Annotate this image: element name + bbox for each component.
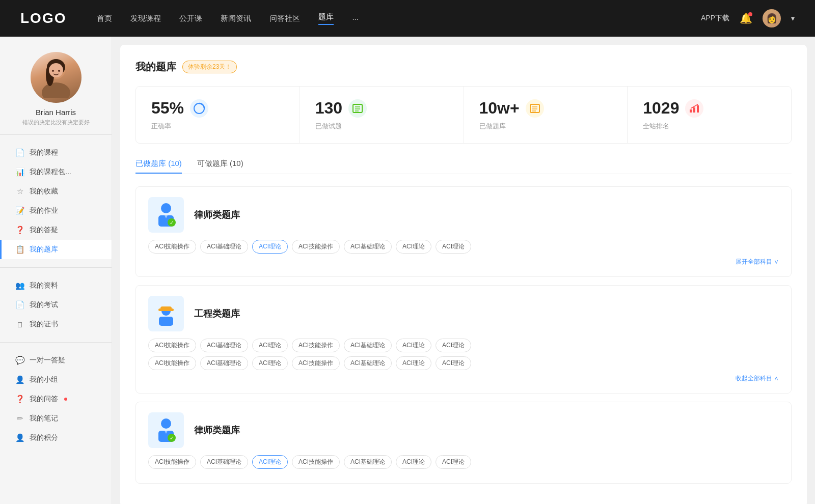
tag-eng1-r1-4[interactable]: ACI基础理论	[344, 339, 392, 352]
category-card-lawyer1: ✓ 律师类题库 ACI技能操作 ACI基础理论 ACI理论 ACI技能操作 AC…	[135, 186, 792, 277]
stat-done-banks-value: 10w+	[479, 99, 520, 118]
tab-available-banks[interactable]: 可做题库 (10)	[197, 159, 243, 174]
sidebar-divider-2	[0, 267, 112, 268]
tag-lawyer1-1[interactable]: ACI基础理论	[200, 240, 248, 254]
tag-eng1-r1-3[interactable]: ACI技能操作	[292, 339, 340, 352]
tag-eng1-r2-4[interactable]: ACI基础理论	[344, 356, 392, 370]
category-header-lawyer2: ✓ 律师类题库	[148, 412, 779, 448]
notification-bell[interactable]: 🔔	[740, 12, 752, 24]
nav-discover[interactable]: 发现课程	[130, 14, 161, 23]
sidebar-item-my-homework[interactable]: 📝 我的作业	[0, 201, 112, 220]
svg-rect-27	[158, 309, 174, 311]
sidebar-item-my-notes[interactable]: ✏ 我的笔记	[0, 409, 112, 428]
svg-point-1	[42, 82, 70, 98]
sidebar-item-my-questions[interactable]: ❓ 我的问答	[0, 389, 112, 409]
notification-dot	[748, 12, 752, 16]
tag-lawyer2-0[interactable]: ACI技能操作	[148, 455, 196, 469]
stat-ranking-label: 全站排名	[643, 122, 776, 131]
sidebar-item-my-points[interactable]: 👤 我的积分	[0, 428, 112, 447]
sidebar-item-my-course[interactable]: 📄 我的课程	[0, 143, 112, 162]
questionbank-icon: 📋	[15, 245, 24, 254]
sidebar-item-my-exam[interactable]: 📄 我的考试	[0, 295, 112, 315]
stat-done-banks-icon	[526, 99, 544, 118]
package-icon: 📊	[15, 167, 24, 177]
svg-rect-18	[697, 105, 699, 113]
sidebar-item-my-group[interactable]: 👤 我的小组	[0, 370, 112, 389]
sidebar-item-my-collection[interactable]: ☆ 我的收藏	[0, 182, 112, 201]
category-icon-lawyer1: ✓	[148, 197, 184, 233]
tag-eng1-r2-0[interactable]: ACI技能操作	[148, 356, 196, 370]
avatar-dropdown-arrow[interactable]: ▾	[791, 14, 795, 22]
sidebar-item-my-profile[interactable]: 👥 我的资料	[0, 276, 112, 295]
expand-link-lawyer1[interactable]: 展开全部科目 ∨	[148, 258, 779, 266]
stat-ranking-value: 1029	[643, 99, 679, 118]
tag-lawyer1-2[interactable]: ACI理论	[252, 240, 288, 254]
tag-lawyer1-4[interactable]: ACI基础理论	[344, 240, 392, 254]
tag-lawyer2-2[interactable]: ACI理论	[252, 455, 288, 469]
tag-eng1-r1-5[interactable]: ACI理论	[396, 339, 431, 352]
svg-rect-17	[693, 107, 695, 113]
navbar-right: APP下载 🔔 👩 ▾	[701, 9, 795, 27]
tag-eng1-r2-3[interactable]: ACI技能操作	[292, 356, 340, 370]
stat-done-banks-top: 10w+	[479, 99, 612, 118]
tag-lawyer1-6[interactable]: ACI理论	[436, 240, 471, 254]
stat-accuracy-top: 55%	[151, 99, 284, 118]
points-icon: 👤	[15, 433, 24, 442]
profile-icon: 👥	[15, 281, 24, 290]
sidebar-profile: Brian Harris 错误的决定比没有决定要好	[0, 52, 112, 126]
tag-lawyer2-3[interactable]: ACI技能操作	[292, 455, 340, 469]
nav-open-course[interactable]: 公开课	[179, 14, 202, 23]
svg-point-19	[161, 203, 171, 213]
tag-eng1-r2-5[interactable]: ACI理论	[396, 356, 431, 370]
tag-lawyer2-6[interactable]: ACI理论	[436, 455, 471, 469]
sidebar-item-my-questionbank[interactable]: 📋 我的题库	[0, 240, 112, 259]
logo[interactable]: LOGO	[20, 10, 66, 26]
sidebar-avatar	[31, 52, 82, 103]
category-card-lawyer2: ✓ 律师类题库 ACI技能操作 ACI基础理论 ACI理论 ACI技能操作 AC…	[135, 402, 792, 484]
sidebar-item-my-qa[interactable]: ❓ 我的答疑	[0, 220, 112, 240]
category-name-lawyer1: 律师类题库	[194, 209, 240, 221]
one-on-one-icon: 💬	[15, 356, 24, 365]
category-header-lawyer1: ✓ 律师类题库	[148, 197, 779, 233]
tab-done-banks[interactable]: 已做题库 (10)	[135, 159, 182, 174]
tag-eng1-r2-6[interactable]: ACI理论	[436, 356, 471, 370]
tag-eng1-r2-1[interactable]: ACI基础理论	[200, 356, 248, 370]
tag-lawyer1-5[interactable]: ACI理论	[396, 240, 431, 254]
stat-done-banks-label: 已做题库	[479, 122, 612, 131]
category-icon-lawyer2: ✓	[148, 412, 184, 448]
collapse-link-engineer1[interactable]: 收起全部科目 ∧	[148, 374, 779, 383]
tag-lawyer2-5[interactable]: ACI理论	[396, 455, 431, 469]
tag-lawyer2-1[interactable]: ACI基础理论	[200, 455, 248, 469]
tag-eng1-r1-1[interactable]: ACI基础理论	[200, 339, 248, 352]
avatar[interactable]: 👩	[763, 9, 781, 27]
nav-news[interactable]: 新闻资讯	[221, 14, 251, 23]
nav-more[interactable]: ···	[352, 14, 359, 23]
page-wrap: Brian Harris 错误的决定比没有决定要好 📄 我的课程 📊 我的课程包…	[0, 37, 815, 504]
stat-accuracy-label: 正确率	[151, 122, 284, 131]
navbar: LOGO 首页 发现课程 公开课 新闻资讯 问答社区 题库 ··· APP下载 …	[0, 0, 815, 37]
tag-eng1-r1-6[interactable]: ACI理论	[436, 339, 471, 352]
stat-accuracy-icon	[190, 99, 208, 118]
sidebar-item-one-on-one[interactable]: 💬 一对一答疑	[0, 351, 112, 370]
category-header-engineer1: 工程类题库	[148, 296, 779, 331]
tag-lawyer2-4[interactable]: ACI基础理论	[344, 455, 392, 469]
category-icon-engineer1	[148, 296, 184, 331]
svg-text:✓: ✓	[170, 435, 174, 441]
category-card-engineer1: 工程类题库 ACI技能操作 ACI基础理论 ACI理论 ACI技能操作 ACI基…	[135, 285, 792, 394]
tag-eng1-r1-2[interactable]: ACI理论	[252, 339, 288, 352]
nav-qa[interactable]: 问答社区	[269, 14, 300, 23]
sidebar-item-my-package[interactable]: 📊 我的课程包...	[0, 162, 112, 182]
stat-accuracy-value: 55%	[151, 99, 184, 118]
nav-questionbank[interactable]: 题库	[318, 12, 334, 25]
nav-home[interactable]: 首页	[97, 14, 112, 23]
tag-lawyer1-0[interactable]: ACI技能操作	[148, 240, 196, 254]
tag-eng1-r2-2[interactable]: ACI理论	[252, 356, 288, 370]
sidebar-item-my-cert[interactable]: 🗒 我的证书	[0, 315, 112, 334]
tag-lawyer1-3[interactable]: ACI技能操作	[292, 240, 340, 254]
tag-eng1-r1-0[interactable]: ACI技能操作	[148, 339, 196, 352]
sidebar-divider-1	[0, 134, 112, 135]
page-title-row: 我的题库 体验剩余23天！	[135, 60, 792, 74]
sidebar-divider-3	[0, 342, 112, 343]
group-icon: 👤	[15, 375, 24, 384]
app-download-button[interactable]: APP下载	[701, 14, 729, 23]
